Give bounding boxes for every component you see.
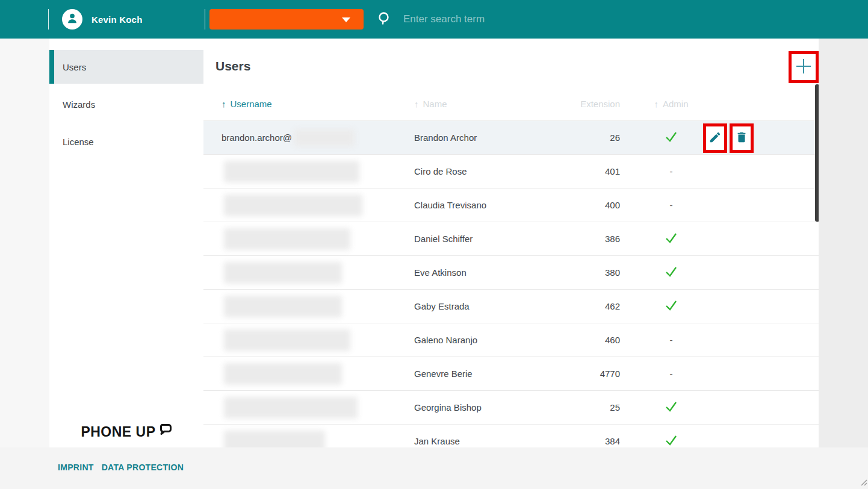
cell-extension: 460 — [572, 335, 626, 345]
resize-handle-icon[interactable] — [860, 478, 867, 488]
username-text: brandon.archor@ — [222, 132, 292, 143]
cell-admin: - — [626, 200, 716, 210]
cell-admin — [626, 297, 716, 315]
admin-check-icon — [663, 399, 679, 416]
table-row[interactable]: Ciro de Rose 401 - — [203, 154, 819, 188]
cell-extension: 384 — [572, 436, 626, 446]
cell-name: Ciro de Rose — [414, 166, 572, 176]
vertical-scrollbar[interactable] — [815, 84, 819, 222]
admin-dash: - — [670, 166, 673, 176]
avatar[interactable] — [62, 9, 82, 30]
cell-admin — [626, 230, 716, 248]
row-actions — [703, 123, 754, 153]
admin-dash: - — [670, 369, 673, 379]
cell-name: Claudia Trevisano — [414, 200, 572, 210]
cell-username — [222, 397, 414, 419]
cell-extension: 26 — [572, 132, 626, 143]
add-user-annotation-box — [789, 51, 819, 83]
cell-admin: - — [626, 335, 716, 345]
table-row[interactable]: Galeno Naranjo 460 - — [203, 323, 819, 357]
column-label: Name — [423, 99, 447, 109]
column-header-name[interactable]: ↑ Name — [414, 99, 572, 109]
data-protection-link[interactable]: DATA PROTECTION — [102, 463, 184, 472]
table-row[interactable]: Gaby Estrada 462 — [203, 289, 819, 323]
cell-admin — [626, 432, 716, 447]
column-header-admin[interactable]: ↑ Admin — [626, 99, 716, 109]
app-window: Kevin Koch Users Wizards License — [0, 0, 868, 489]
username-redacted-blur — [224, 397, 358, 419]
sort-asc-icon: ↑ — [654, 99, 659, 109]
phoneup-logo: PHONE UP — [49, 422, 203, 442]
table-row[interactable]: Georgina Bishop 25 — [203, 390, 819, 424]
admin-check-icon — [663, 129, 679, 146]
sort-asc-icon: ↑ — [222, 99, 226, 109]
table-row[interactable]: Genevre Berie 4770 - — [203, 357, 819, 390]
column-header-username[interactable]: ↑ Username — [222, 99, 414, 109]
edit-user-button[interactable] — [708, 131, 722, 146]
add-user-button[interactable] — [795, 58, 813, 76]
username-redacted-blur — [224, 195, 362, 216]
column-label: Extension — [580, 99, 620, 109]
cell-extension: 401 — [572, 166, 626, 176]
cell-extension: 400 — [572, 200, 626, 210]
top-bar: Kevin Koch — [0, 0, 868, 39]
table-row[interactable]: Claudia Trevisano 400 - — [203, 188, 819, 222]
chevron-down-icon — [342, 17, 350, 22]
site-dropdown[interactable] — [209, 9, 364, 30]
delete-user-button[interactable] — [735, 131, 748, 146]
cell-extension: 25 — [572, 402, 626, 413]
cell-admin: - — [626, 166, 716, 176]
imprint-link[interactable]: IMPRINT — [58, 463, 94, 472]
sidebar-item-wizards[interactable]: Wizards — [49, 87, 203, 121]
sidebar-item-label: License — [63, 137, 94, 147]
cell-username — [222, 431, 414, 448]
cell-name: Georgina Bishop — [414, 402, 572, 413]
table-header-row: ↑ Username ↑ Name Extension ↑ Admin — [203, 87, 819, 120]
cell-username — [222, 262, 414, 284]
column-header-extension[interactable]: Extension — [572, 99, 626, 109]
username-redacted-blur — [224, 363, 342, 385]
cell-name: Genevre Berie — [414, 369, 572, 379]
sort-asc-icon: ↑ — [414, 99, 419, 109]
logged-in-user: Kevin Koch — [91, 0, 143, 39]
cell-username — [222, 329, 414, 351]
cell-name: Daniel Schiffer — [414, 234, 572, 244]
username-redacted-blur — [224, 431, 325, 448]
table-row[interactable]: Daniel Schiffer 386 — [203, 222, 819, 255]
header-divider — [205, 9, 205, 30]
footer: IMPRINT DATA PROTECTION — [0, 447, 868, 489]
column-label: Admin — [663, 99, 689, 109]
left-gutter — [0, 39, 49, 447]
sidebar: Users Wizards License PHONE UP — [49, 39, 203, 447]
sidebar-item-users[interactable]: Users — [49, 50, 203, 84]
search-input[interactable] — [403, 13, 656, 25]
trash-icon — [735, 131, 748, 146]
table-row[interactable]: Eve Atkinson 380 — [203, 255, 819, 289]
username-redacted-blur — [294, 129, 355, 146]
cell-username — [222, 195, 414, 216]
cell-extension: 4770 — [572, 369, 626, 379]
cell-username — [222, 363, 414, 385]
cell-name: Galeno Naranjo — [414, 335, 572, 345]
cell-username — [222, 161, 414, 182]
sidebar-item-label: Wizards — [63, 99, 95, 110]
table-row[interactable]: Jan Krause 384 — [203, 424, 819, 447]
column-label: Username — [231, 99, 272, 109]
username-redacted-blur — [224, 296, 342, 317]
cell-admin — [626, 264, 716, 281]
table-body: brandon.archor@ Brandon Archor 26 — [203, 120, 819, 447]
table-row[interactable]: brandon.archor@ Brandon Archor 26 — [203, 120, 819, 154]
page-title: Users — [215, 59, 250, 73]
header-divider — [48, 9, 49, 30]
cell-admin — [626, 399, 716, 416]
sidebar-item-license[interactable]: License — [49, 125, 203, 158]
admin-check-icon — [663, 230, 679, 248]
cell-name: Eve Atkinson — [414, 267, 572, 278]
username-redacted-blur — [224, 329, 350, 351]
delete-annotation-box — [730, 123, 754, 153]
admin-check-icon — [663, 297, 679, 315]
users-panel: Users ↑ Username ↑ Name Extension ↑ — [203, 39, 819, 447]
admin-check-icon — [663, 264, 679, 281]
pencil-icon — [708, 131, 722, 146]
cell-username — [222, 228, 414, 250]
